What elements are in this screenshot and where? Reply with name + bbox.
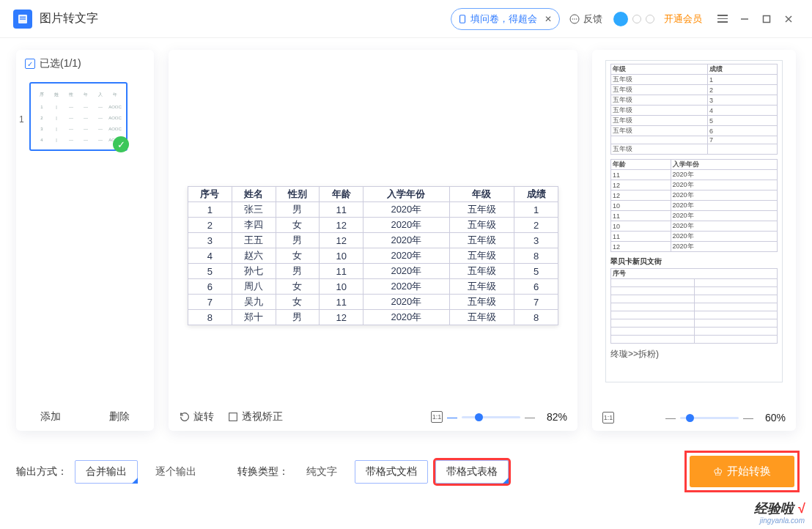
list-item [611,287,778,295]
output-mode-label: 输出方式： [16,465,67,478]
plain-text-button[interactable]: 纯文字 [296,461,347,483]
svg-rect-12 [229,413,237,421]
svg-point-6 [574,18,575,19]
thumbnail[interactable]: 序1234 姓|||| 性———— 年———— 入———— 年AOOCAOOCA… [29,82,128,151]
table-row: 4赵六女102020年五年级8 [188,248,558,264]
list-item: 五年级1 [611,75,778,85]
format-doc-button[interactable]: 带格式文档 [355,460,428,484]
svg-rect-1 [20,16,26,17]
status-dot-3[interactable] [646,15,654,23]
selected-count-label: 已选(1/1) [40,57,81,70]
split-output-button[interactable]: 逐个输出 [145,461,207,483]
list-item: 122020年 [611,242,778,252]
merge-output-button[interactable]: 合并输出 [75,460,138,484]
preview-zoom-value: 60% [765,412,786,423]
watermark-brand: 经验啦 [754,501,794,516]
list-item [611,328,778,336]
list-item: 五年级4 [611,106,778,116]
menu-button[interactable] [712,9,733,29]
status-dot-active[interactable] [613,12,628,26]
preview-zoom-plus[interactable]: — [743,412,753,423]
add-button[interactable]: 添加 [40,410,61,423]
main-area: ✓ 已选(1/1) 1 序1234 姓|||| 性———— 年———— 入———… [0,38,812,445]
rotate-label: 旋转 [193,410,214,423]
select-all-checkbox[interactable]: ✓ [25,59,35,69]
app-title: 图片转文字 [40,11,98,26]
start-convert-button[interactable]: ♔ 开始转换 [690,456,794,487]
app-icon [13,10,32,29]
feedback-button[interactable]: 反馈 [569,12,602,26]
minimize-button[interactable] [734,9,755,29]
list-item: 五年级6 [611,126,778,136]
svg-rect-9 [764,15,770,22]
preview-zoom-slider[interactable] [680,417,739,419]
svg-point-7 [576,18,577,19]
list-item: 7 [611,136,778,144]
list-item: 五年级3 [611,95,778,106]
promo-pill[interactable]: 填问卷，得超会 ✕ [451,8,560,30]
table-row: 1张三男112020年五年级1 [188,202,558,218]
watermark-url: jingyanla.com [754,517,805,525]
delete-button[interactable]: 删除 [109,410,130,423]
panel-result-preview: 年级成绩五年级1五年级2五年级3五年级4五年级5五年级6 7五年级 年龄入学年份… [592,50,796,431]
perspective-button[interactable]: 透视矫正 [227,410,283,423]
crown-icon: ♔ [713,465,723,478]
sec3-title: 翠贝卡新贝文街 [610,256,778,267]
maximize-button[interactable] [756,9,777,29]
status-dot-2[interactable] [632,15,641,23]
list-item: 五年级5 [611,116,778,126]
footer-controls: 输出方式： 合并输出 逐个输出 转换类型： 纯文字 带格式文档 带格式表格 ♔ … [16,454,796,489]
svg-rect-2 [20,18,26,19]
svg-point-5 [572,18,573,19]
window-controls [711,9,799,29]
feedback-label: 反馈 [583,12,602,26]
table-row: 7吴九女112020年五年级7 [188,295,558,310]
list-item: 112020年 [611,232,778,242]
list-item: 102020年 [611,221,778,232]
format-table-button[interactable]: 带格式表格 [435,460,509,484]
list-item [611,295,778,303]
watermark: 经验啦 √ jingyanla.com [754,502,805,525]
svg-rect-3 [460,15,465,23]
list-item: 112020年 [611,170,778,180]
table-header: 年级 [449,187,514,202]
preview-final-line: 终璇>>拆粉) [610,348,778,360]
preview-fit-icon[interactable]: 1:1 [602,412,614,423]
convert-type-label: 转换类型： [237,465,289,478]
maximize-icon [761,14,772,24]
table-header: 年龄 [320,187,363,202]
header: 图片转文字 填问卷，得超会 ✕ 反馈 开通会员 [0,0,812,38]
table-row: 2李四女122020年五年级2 [188,218,558,233]
table-row: 6周八女102020年五年级6 [188,279,558,295]
zoom-slider[interactable] [462,416,520,418]
perspective-label: 透视矫正 [242,410,283,423]
start-label: 开始转换 [727,465,771,478]
list-item [611,279,778,287]
preview-document: 年级成绩五年级1五年级2五年级3五年级4五年级5五年级6 7五年级 年龄入学年份… [605,60,783,382]
table-row: 3王五男122020年五年级3 [188,233,558,248]
table-header: 姓名 [232,187,276,202]
list-item: 102020年 [611,201,778,211]
vip-link[interactable]: 开通会员 [664,12,702,26]
table-row: 8郑十男122020年五年级8 [188,310,558,325]
zoom-plus[interactable]: — [525,411,535,423]
list-item [611,336,778,344]
rotate-button[interactable]: 旋转 [179,410,214,423]
zoom-minus[interactable]: — [447,411,457,423]
list-item: 122020年 [611,190,778,201]
list-item: 122020年 [611,180,778,190]
list-item [611,303,778,311]
preview-zoom-minus[interactable]: — [665,412,676,423]
panel-image-view: 序号姓名性别年龄入学年份年级成绩 1张三男112020年五年级12李四女1220… [169,50,577,431]
close-button[interactable] [778,9,799,29]
list-item: 五年级2 [611,85,778,95]
table-header: 成绩 [514,187,558,202]
table-header: 序号 [188,187,232,202]
fit-icon[interactable]: 1:1 [431,411,443,423]
status-dots [611,12,657,26]
panel-thumbnails: ✓ 已选(1/1) 1 序1234 姓|||| 性———— 年———— 入———… [16,50,154,431]
list-item: 五年级 [611,144,778,155]
thumb-index: 1 [19,114,24,125]
minimize-icon [739,14,750,24]
promo-close-icon[interactable]: ✕ [542,12,555,26]
